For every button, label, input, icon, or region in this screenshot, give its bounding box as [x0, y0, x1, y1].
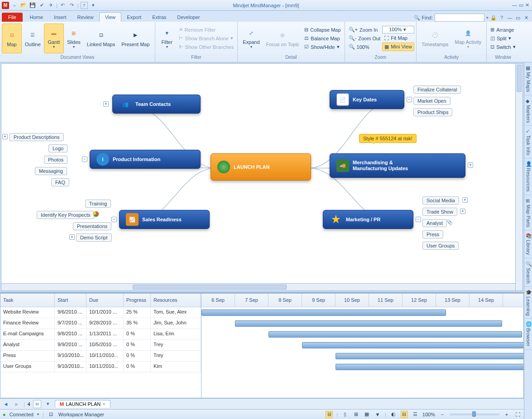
- expand-toggle[interactable]: −: [416, 217, 421, 222]
- col-start[interactable]: Start: [55, 294, 86, 307]
- side-markers[interactable]: ◆Markers: [524, 95, 532, 126]
- minimize-icon[interactable]: —: [512, 2, 517, 8]
- show-branch-button[interactable]: ⊢Show Branch Alone ▾: [177, 34, 236, 42]
- help-icon[interactable]: ?: [498, 14, 505, 21]
- linked-maps-button[interactable]: ⊡Linked Maps: [84, 24, 118, 53]
- tab-view[interactable]: View: [99, 12, 122, 22]
- table-row[interactable]: Press9/10/2010...10/11/2010...0 %Trey: [0, 351, 201, 362]
- doc-tab[interactable]: M LAUNCH PLAN ×: [55, 400, 110, 408]
- dropdown-icon[interactable]: ▾: [44, 400, 52, 408]
- expand-toggle[interactable]: +: [462, 197, 468, 203]
- save-icon[interactable]: 💾: [29, 2, 36, 9]
- vscrollbar[interactable]: [515, 64, 522, 290]
- present-button[interactable]: ▶Present Map: [118, 24, 153, 53]
- workspace-icon[interactable]: ⊡: [48, 411, 55, 418]
- open-icon[interactable]: 📂: [20, 2, 27, 9]
- side-library[interactable]: 📚Library: [524, 230, 532, 258]
- side-learning[interactable]: 🎓Learning: [524, 287, 532, 319]
- filter-button[interactable]: ▼Filter▾: [157, 24, 177, 53]
- qat-dropdown-icon[interactable]: ▾: [90, 2, 97, 9]
- maximize-icon[interactable]: ▭: [519, 2, 523, 8]
- expand-toggle[interactable]: +: [2, 134, 8, 139]
- table-row[interactable]: Website Review9/6/2010 ...10/1/2010 ...2…: [0, 307, 201, 318]
- gantt-button[interactable]: ▬Gantt▾: [44, 24, 64, 53]
- show-other-button[interactable]: ⊩Show Other Branches: [177, 43, 236, 51]
- node-merch[interactable]: 🚚 Merchandising &Manufacturing Updates: [330, 153, 465, 178]
- zoom100-button[interactable]: 🔍100%: [347, 43, 383, 51]
- mapactivity-button[interactable]: 👤Map Activity▾: [452, 24, 485, 53]
- switch-button[interactable]: ⊡Switch ▾: [489, 43, 517, 51]
- nav-back-icon[interactable]: ◄: [2, 400, 10, 408]
- tab-home[interactable]: Home: [24, 13, 48, 22]
- side-mapparts[interactable]: ⊞Map Parts: [524, 195, 532, 230]
- expand-toggle[interactable]: −: [111, 217, 117, 222]
- table-row[interactable]: User Groups9/10/2010...10/11/2010...0 %K…: [0, 362, 201, 372]
- sub-item[interactable]: Product Ships: [413, 108, 452, 116]
- check-icon[interactable]: ✔: [38, 2, 45, 9]
- doc-restore-icon[interactable]: ▭: [515, 14, 521, 21]
- view-mode-icon[interactable]: ⊟: [326, 411, 333, 418]
- col-due[interactable]: Due: [86, 294, 124, 307]
- doc-icon[interactable]: M: [33, 400, 41, 408]
- sub-item[interactable]: Messaging: [35, 167, 67, 175]
- sb-filter-icon[interactable]: ▼: [374, 411, 381, 418]
- outline-button[interactable]: ☰Outline: [22, 24, 44, 53]
- nav-fwd-icon[interactable]: ►: [13, 400, 21, 408]
- sub-item[interactable]: Product Descriptions: [10, 133, 64, 141]
- tab-insert[interactable]: Insert: [48, 13, 72, 22]
- mindmap-canvas[interactable]: LAUNCH PLAN 👥Team Contacts + iProduct In…: [1, 63, 523, 291]
- col-resources[interactable]: Resources: [151, 294, 201, 307]
- zoomout-button[interactable]: 🔍-Zoom Out: [347, 34, 383, 42]
- close-icon[interactable]: ✕: [525, 2, 529, 8]
- sb-icon[interactable]: ☰: [412, 411, 419, 418]
- zoom-out-icon[interactable]: −: [439, 411, 446, 418]
- side-mymaps[interactable]: ▦My Maps: [524, 62, 532, 95]
- remove-filter-button[interactable]: ✕Remove Filter: [177, 26, 236, 33]
- sub-item[interactable]: Photos: [44, 156, 67, 164]
- col-task[interactable]: Task: [0, 294, 55, 307]
- node-info[interactable]: iProduct Information: [90, 150, 201, 169]
- fit-icon[interactable]: ⛶: [514, 411, 521, 418]
- tab-export[interactable]: Export: [121, 13, 147, 22]
- sub-item[interactable]: Demo Script: [76, 233, 112, 242]
- sub-item[interactable]: Finalize Collateral: [413, 86, 461, 94]
- focus-button[interactable]: ◎Focus on Topic: [263, 24, 303, 53]
- node-keydates[interactable]: 📄Key Dates: [330, 90, 404, 109]
- miniview-button[interactable]: ▦Mini View: [382, 43, 414, 51]
- expand-toggle[interactable]: +: [460, 209, 465, 214]
- zoom-slider[interactable]: [450, 414, 499, 415]
- sub-item[interactable]: Social Media: [422, 196, 459, 205]
- map-view-button[interactable]: ⊟Map: [2, 24, 22, 53]
- node-marketing[interactable]: ★Marketing / PR: [323, 210, 413, 229]
- sub-item[interactable]: User Groups: [422, 242, 459, 250]
- hscrollbar[interactable]: [1, 283, 515, 290]
- sub-item[interactable]: Trade Show: [422, 208, 457, 216]
- sb-icon[interactable]: ◐: [390, 411, 397, 418]
- expand-toggle[interactable]: +: [468, 162, 473, 168]
- showhide-button[interactable]: ☑Show/Hide ▾: [302, 43, 342, 51]
- sb-icon[interactable]: ⊞: [352, 411, 359, 418]
- table-row[interactable]: E-mail Campaigns9/8/2010 ...1/13/2011 ..…: [0, 329, 201, 340]
- new-icon[interactable]: ▫: [11, 2, 18, 9]
- expand-button[interactable]: ⤢Expand▾: [240, 24, 263, 53]
- send-icon[interactable]: ✈: [47, 2, 54, 9]
- find-input[interactable]: [435, 14, 484, 22]
- zoomin-button[interactable]: 🔍+Zoom In: [347, 26, 383, 33]
- table-row[interactable]: Finance Review9/7/2010 ...9/28/2010 ...3…: [0, 318, 201, 329]
- sb-icon[interactable]: ▯: [341, 411, 349, 418]
- undo-icon[interactable]: ↶: [59, 2, 67, 9]
- expand-toggle[interactable]: +: [69, 234, 75, 240]
- balance-button[interactable]: ⚖Balance Map: [302, 34, 342, 42]
- expand-toggle[interactable]: +: [103, 101, 109, 107]
- doc-close-icon[interactable]: ✕: [523, 14, 529, 21]
- workspace-label[interactable]: Workspace Manager: [58, 412, 104, 417]
- sub-item[interactable]: Logo: [48, 144, 67, 152]
- side-resources[interactable]: 👤Resources: [524, 158, 532, 195]
- arrange-button[interactable]: ⊞Arrange: [489, 26, 517, 33]
- sub-item[interactable]: Presentations: [73, 222, 111, 230]
- zoom-in-icon[interactable]: +: [503, 411, 510, 418]
- expand-toggle[interactable]: −: [82, 157, 87, 162]
- col-progress[interactable]: Progress: [124, 294, 151, 307]
- slides-button[interactable]: ⊞Slides▾: [64, 24, 84, 53]
- sub-item[interactable]: Identify Key Prospects: [37, 211, 94, 219]
